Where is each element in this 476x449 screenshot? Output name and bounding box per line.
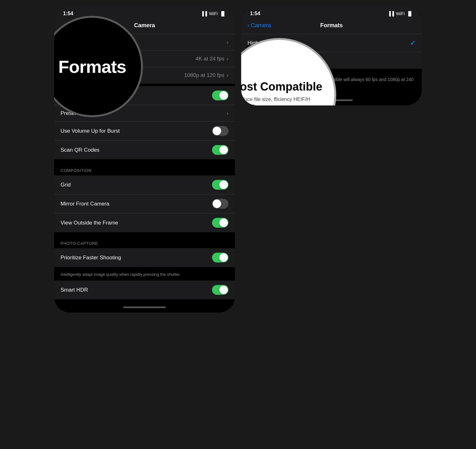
high-efficiency-checkmark: ✓ <box>410 39 415 47</box>
status-icons-left: ▐▐ WiFi ▐▌ <box>201 11 226 16</box>
row-mirror-front[interactable]: Mirror Front Camera <box>54 194 235 213</box>
back-chevron-icon: ‹ <box>248 22 249 29</box>
battery-icon-right: ▐▌ <box>407 11 413 16</box>
mirror-front-label: Mirror Front Camera <box>61 201 212 207</box>
left-phone: Formats 1:54 ▐▐ WiFi ▐▌ Camera › 4K at 2… <box>54 6 235 313</box>
slo-mo-chevron: › <box>227 73 228 78</box>
nav-title-left: Camera <box>134 22 155 29</box>
view-outside-toggle[interactable] <box>212 218 228 228</box>
nav-title-right: Formats <box>320 22 343 29</box>
photo-description: Intelligently adapt image quality when r… <box>54 269 235 281</box>
status-time-right: 1:54 <box>250 11 260 16</box>
record-video-chevron: › <box>227 56 228 62</box>
record-stereo-toggle[interactable] <box>212 91 228 100</box>
row-smart-hdr[interactable]: Smart HDR <box>54 281 235 299</box>
slo-mo-value: 1080p at 120 fps <box>184 72 224 79</box>
group-hdr: Smart HDR <box>54 281 235 299</box>
battery-icon: ▐▌ <box>220 11 226 16</box>
circle-label: Formats <box>58 56 126 77</box>
home-indicator-left <box>54 302 235 313</box>
scan-qr-toggle[interactable] <box>212 145 228 155</box>
grid-label: Grid <box>61 182 212 188</box>
scan-qr-label: Scan QR Codes <box>61 147 212 153</box>
formats-chevron: › <box>227 40 228 45</box>
row-use-volume[interactable]: Use Volume Up for Burst <box>54 122 235 141</box>
smart-hdr-toggle[interactable] <box>212 285 228 295</box>
circle-inner-title: Most Compatible <box>241 80 322 93</box>
section-photo: PHOTO CAPTURE <box>54 235 235 248</box>
view-outside-label: View Outside the Frame <box>61 220 212 226</box>
back-label: Camera <box>251 22 271 29</box>
prioritize-shooting-label: Prioritize Faster Shooting <box>61 255 212 261</box>
status-time-left: 1:54 <box>63 11 73 16</box>
signal-icon-right: ▐▐ <box>388 11 394 16</box>
grid-toggle[interactable] <box>212 180 228 190</box>
signal-icon: ▐▐ <box>201 11 207 16</box>
section-composition: COMPOSITION <box>54 162 235 175</box>
home-bar-left <box>123 307 166 308</box>
status-bar-right: 1:54 ▐▐ WiFi ▐▌ <box>241 6 422 19</box>
mirror-front-toggle[interactable] <box>212 199 228 209</box>
nav-back-button[interactable]: ‹ Camera <box>248 22 271 29</box>
row-grid[interactable]: Grid <box>54 175 235 194</box>
row-prioritize-shooting[interactable]: Prioritize Faster Shooting <box>54 248 235 267</box>
wifi-icon: WiFi <box>209 11 218 16</box>
status-icons-right: ▐▐ WiFi ▐▌ <box>388 11 413 16</box>
wifi-icon-right: WiFi <box>396 11 405 16</box>
right-phone: Most Compatible To reduce file size, ffi… <box>241 6 422 105</box>
smart-hdr-label: Smart HDR <box>61 287 212 293</box>
group-photo: Prioritize Faster Shooting <box>54 248 235 267</box>
circle-inner-sub: To reduce file size, fficiency HEIF/H IP… <box>241 96 328 105</box>
record-video-value: 4K at 24 fps <box>196 56 224 62</box>
nav-header-right: ‹ Camera Formats <box>241 19 422 34</box>
row-view-outside[interactable]: View Outside the Frame <box>54 213 235 232</box>
group-composition: Grid Mirror Front Camera View Outside th… <box>54 175 235 232</box>
prioritize-shooting-toggle[interactable] <box>212 253 228 262</box>
row-scan-qr[interactable]: Scan QR Codes <box>54 141 235 159</box>
use-volume-toggle[interactable] <box>212 126 228 136</box>
use-volume-label: Use Volume Up for Burst <box>61 128 212 134</box>
circle-inner: Most Compatible To reduce file size, ffi… <box>241 73 334 105</box>
preserve-settings-chevron: › <box>227 111 228 116</box>
